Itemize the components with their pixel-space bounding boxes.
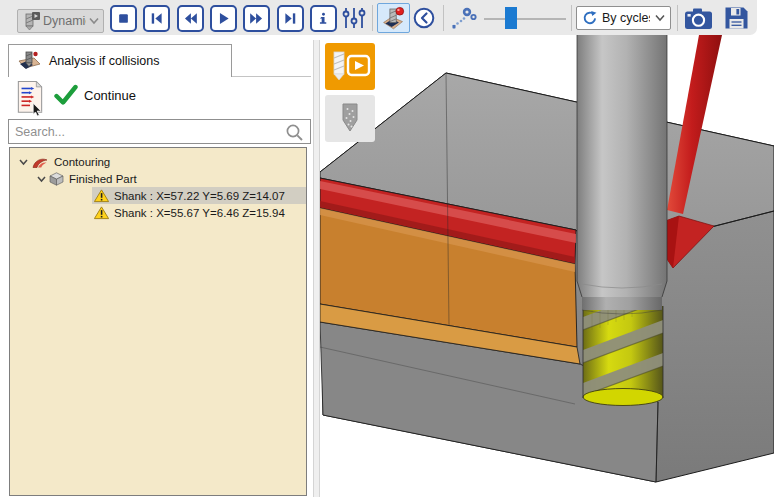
simulation-mode-dropdown[interactable]: Dynamic (17, 9, 104, 33)
warning-icon (94, 189, 109, 203)
application-window: { "toolbar": { "mode": {"label": "Dynami… (0, 0, 774, 497)
skip-to-start-button[interactable] (143, 5, 170, 32)
collision-report-icon (13, 80, 47, 116)
simulation-mode-value: Dynamic (43, 14, 86, 28)
speed-control-icon-button[interactable] (450, 6, 477, 29)
continue-label: Continue (84, 88, 136, 103)
tree-item-finished-part[interactable]: Finished Part (10, 170, 306, 187)
stop-button[interactable] (110, 5, 137, 32)
check-icon (54, 84, 78, 106)
tab-analysis-collisions[interactable]: Analysis if collisions (8, 44, 232, 77)
snapshot-button[interactable] (684, 7, 713, 30)
collision-analysis-icon (17, 50, 42, 72)
step-back-button[interactable] (413, 7, 435, 29)
camera-icon (684, 7, 713, 30)
info-icon (314, 9, 333, 28)
fast-forward-icon (247, 9, 266, 28)
playback-granularity-dropdown[interactable]: By cycles (576, 6, 671, 30)
warning-icon (94, 206, 109, 220)
toolbar-separator (443, 5, 444, 31)
cycle-arrow-icon (582, 10, 597, 26)
chevron-down-icon (89, 17, 99, 25)
collision-check-icon (380, 5, 407, 31)
milling-tool (577, 35, 667, 406)
toolbar-separator (571, 5, 572, 31)
skip-to-start-icon (147, 9, 166, 28)
search-icon (285, 123, 304, 142)
play-icon (214, 9, 233, 28)
toolbar-separator (372, 5, 373, 31)
circle-back-icon (413, 7, 435, 29)
tree-label: Finished Part (69, 173, 137, 185)
main-toolbar: Dynamic (0, 0, 757, 35)
stock-block (320, 73, 774, 482)
speed-slider[interactable] (484, 18, 566, 20)
collision-check-toggle[interactable] (377, 3, 410, 33)
fast-forward-button[interactable] (243, 5, 270, 32)
tab-label: Analysis if collisions (49, 54, 159, 68)
play-button[interactable] (210, 5, 237, 32)
tree-label: Contouring (54, 156, 110, 168)
tree-label: Shank : X=55.67 Y=6.46 Z=15.94 (114, 207, 285, 219)
chevron-down-icon (655, 14, 665, 22)
stop-icon (114, 9, 133, 28)
equalizer-icon (341, 6, 367, 30)
playback-settings-button[interactable] (341, 6, 367, 30)
tool-play-icon (22, 11, 40, 31)
viewport-tool-button[interactable] (325, 95, 375, 142)
info-button[interactable] (310, 5, 337, 32)
playback-granularity-value: By cycles (602, 11, 650, 25)
chevron-expanded-icon[interactable] (18, 157, 29, 167)
finished-part-icon (49, 172, 64, 186)
tree-item-shank-collision-2[interactable]: Shank : X=55.67 Y=6.46 Z=15.94 (10, 204, 306, 221)
tree-label: Shank : X=57.22 Y=5.69 Z=14.07 (114, 190, 285, 202)
tree-item-shank-collision-1[interactable]: Shank : X=57.22 Y=5.69 Z=14.07 (10, 187, 306, 204)
save-button[interactable] (723, 5, 750, 31)
save-icon (723, 5, 750, 31)
rewind-icon (181, 9, 200, 28)
drill-bit-icon (328, 100, 372, 138)
rewind-button[interactable] (177, 5, 204, 32)
tool-shank (577, 35, 667, 297)
tree-item-contouring[interactable]: Contouring (10, 153, 306, 170)
tool-play-icon (328, 48, 372, 86)
contouring-icon (31, 155, 49, 169)
search-box (8, 119, 311, 144)
panel-splitter[interactable] (313, 40, 320, 497)
speed-slider-handle[interactable] (505, 7, 517, 29)
speed-gears-icon (450, 6, 477, 29)
skip-to-end-button[interactable] (277, 5, 304, 32)
skip-to-end-icon (281, 9, 300, 28)
collision-tree: Contouring Finished Part Shank : X=57.22… (9, 147, 307, 496)
toolbar-separator (677, 5, 678, 31)
continue-action[interactable]: Continue (54, 84, 136, 106)
search-input[interactable] (9, 120, 310, 143)
selected-row-highlight: Shank : X=57.22 Y=5.69 Z=14.07 (92, 187, 306, 204)
cutter-tip (583, 389, 663, 406)
chevron-expanded-icon[interactable] (36, 174, 47, 184)
tabbar-baseline (231, 76, 311, 77)
collision-report-button[interactable] (13, 80, 47, 116)
viewport-simulation-button[interactable] (325, 43, 375, 90)
